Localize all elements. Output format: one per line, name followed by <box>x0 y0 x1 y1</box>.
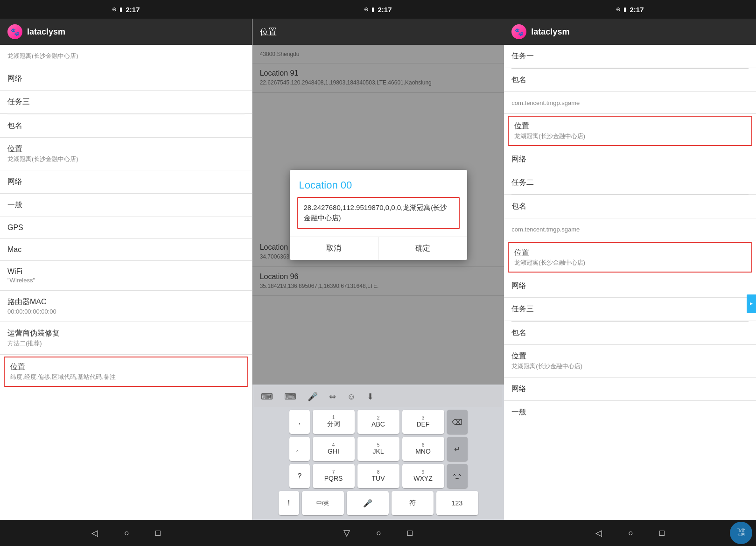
dismiss-keyboard-icon[interactable]: ⬇ <box>364 390 377 404</box>
left-gps-label: GPS <box>7 224 23 231</box>
right-loc1-title: 位置 <box>514 121 746 131</box>
key-abc[interactable]: 2 ABC <box>357 410 399 434</box>
key-123[interactable]: 123 <box>436 491 478 515</box>
key-pqrs[interactable]: 7 PQRS <box>313 464 355 488</box>
keyboard-icon[interactable]: ⌨ <box>281 390 299 404</box>
left-item-wifi[interactable]: WiFi "Wireless" <box>0 261 252 291</box>
key-jkl[interactable]: 5 JKL <box>357 437 399 461</box>
right-list[interactable]: 任务一 包名 com.tencent.tmgp.sgame 位置 龙湖冠寓(长沙… <box>504 45 756 520</box>
recent-button-left[interactable]: □ <box>152 525 164 542</box>
right-task1[interactable]: 任务一 <box>504 45 756 68</box>
key-enter[interactable]: ↵ <box>447 437 468 461</box>
left-list[interactable]: 龙湖冠寓(长沙金融中心店) 网络 任务三 包名 位置 龙湖冠寓(长沙金融中心店)… <box>0 45 252 520</box>
keyboard-rows: ， 1 分词 2 ABC 3 DEF ⌫ <box>254 407 503 518</box>
status-section-middle: ⊖ ▮ 2:17 <box>252 6 504 14</box>
right-pkg1-label: 包名 <box>511 76 526 84</box>
dialog-overlay[interactable]: Location 00 28.2427680,112.9519870,0,0,0… <box>252 45 504 385</box>
key-fenci[interactable]: 1 分词 <box>313 410 355 434</box>
left-location-title: 位置 <box>7 144 245 154</box>
key-tuv[interactable]: 8 TUV <box>357 464 399 488</box>
left-router-mac-title: 路由器MAC <box>7 297 245 307</box>
ime-icon[interactable]: ⌨ <box>258 390 276 404</box>
right-loc3-item[interactable]: 位置 龙湖冠寓(长沙金融中心店) <box>504 345 756 378</box>
key-mno[interactable]: 6 MNO <box>402 437 444 461</box>
right-task2[interactable]: 任务二 <box>504 171 756 195</box>
right-network1[interactable]: 网络 <box>504 148 756 171</box>
mic-icon[interactable]: 🎤 <box>305 390 321 404</box>
dialog-cancel-button[interactable]: 取消 <box>290 237 379 260</box>
left-item-general[interactable]: 一般 <box>0 194 252 217</box>
scroll-indicator-right: ▶ <box>747 294 756 313</box>
key-backspace[interactable]: ⌫ <box>447 410 468 434</box>
left-item-network2[interactable]: 网络 <box>0 170 252 194</box>
home-button-right[interactable]: ○ <box>624 525 637 542</box>
left-item-network1[interactable]: 网络 <box>0 67 252 91</box>
left-item-mac[interactable]: Mac <box>0 239 252 261</box>
right-loc2-title: 位置 <box>514 248 746 258</box>
keyboard[interactable]: ⌨ ⌨ 🎤 ⇔ ☺ ⬇ ， 1 分词 2 <box>252 385 504 520</box>
middle-list[interactable]: 43800.Shengdu Location 91 22.6267545,120… <box>252 45 504 385</box>
emoji-icon[interactable]: ☺ <box>344 390 358 404</box>
left-item-location-highlighted[interactable]: 位置 纬度,经度,偏移,区域代码,基站代码,备注 <box>4 357 248 387</box>
key-question[interactable]: ？ <box>289 464 310 488</box>
left-item-carrier[interactable]: 运营商伪装修复 方法二(推荐) <box>0 322 252 355</box>
home-button-left[interactable]: ○ <box>120 525 133 542</box>
key-exclaim[interactable]: ！ <box>279 491 299 515</box>
right-task2-label: 任务二 <box>511 178 534 186</box>
right-loc1-highlighted[interactable]: 位置 龙湖冠寓(长沙金融中心店) <box>508 116 752 146</box>
home-button-middle[interactable]: ○ <box>372 525 385 542</box>
signal-icon-middle: ⊖ <box>364 6 369 13</box>
main-area: 🐾 lataclysm 龙湖冠寓(长沙金融中心店) 网络 任务三 包名 位置 龙… <box>0 19 756 520</box>
key-symbols[interactable]: 符 <box>392 491 434 515</box>
left-item-gps[interactable]: GPS <box>0 217 252 239</box>
left-item-location[interactable]: 位置 龙湖冠寓(长沙金融中心店) <box>0 138 252 170</box>
right-pkg2-value-item[interactable]: com.tencent.tmgp.sgame <box>504 218 756 240</box>
left-network1-label: 网络 <box>7 74 22 82</box>
recent-button-right[interactable]: □ <box>656 525 668 542</box>
left-location-h-value: 纬度,经度,偏移,区域代码,基站代码,备注 <box>10 373 242 381</box>
key-caret[interactable]: ^_^ <box>447 464 468 488</box>
right-network3[interactable]: 网络 <box>504 378 756 401</box>
right-general-label: 一般 <box>511 408 526 416</box>
back-button-right[interactable]: ◁ <box>592 524 606 542</box>
left-item-location-top[interactable]: 龙湖冠寓(长沙金融中心店) <box>0 45 252 67</box>
left-network2-label: 网络 <box>7 177 22 185</box>
right-network2-label: 网络 <box>511 281 526 289</box>
left-item-package[interactable]: 包名 <box>0 114 252 138</box>
left-panel: 🐾 lataclysm 龙湖冠寓(长沙金融中心店) 网络 任务三 包名 位置 龙… <box>0 19 252 520</box>
cursor-icon[interactable]: ⇔ <box>326 390 339 404</box>
keyboard-toolbar[interactable]: ⌨ ⌨ 🎤 ⇔ ☺ ⬇ <box>254 386 503 407</box>
time-left: 2:17 <box>126 6 140 14</box>
key-wxyz[interactable]: 9 WXYZ <box>402 464 444 488</box>
left-item-router-mac[interactable]: 路由器MAC 00:00:00:00:00:00 <box>0 291 252 322</box>
right-network2[interactable]: 网络 <box>504 274 756 298</box>
right-pkg2-value: com.tencent.tmgp.sgame <box>511 226 580 233</box>
left-general-label: 一般 <box>7 201 22 209</box>
recent-button-middle[interactable]: □ <box>404 525 416 542</box>
right-task3[interactable]: 任务三 <box>504 298 756 321</box>
left-item-task3[interactable]: 任务三 <box>0 91 252 114</box>
key-def[interactable]: 3 DEF <box>402 410 444 434</box>
right-pkg2-label: 包名 <box>511 202 526 210</box>
key-comma[interactable]: ， <box>289 410 310 434</box>
right-loc2-highlighted[interactable]: 位置 龙湖冠寓(长沙金融中心店) <box>508 242 752 273</box>
keyboard-row-2: 。 4 GHI 5 JKL 6 MNO ↵ <box>256 437 501 461</box>
right-pkg1-label-item[interactable]: 包名 <box>504 69 756 92</box>
right-general[interactable]: 一般 <box>504 401 756 424</box>
status-section-left: ⊖ ▮ 2:17 <box>0 6 252 14</box>
key-period[interactable]: 。 <box>289 437 310 461</box>
back-button-left[interactable]: ◁ <box>88 524 102 542</box>
dialog-input[interactable]: 28.2427680,112.9519870,0,0,0,龙湖冠寓(长沙金融中心… <box>297 197 460 229</box>
right-pkg2-label-item[interactable]: 包名 <box>504 195 756 218</box>
key-ghi[interactable]: 4 GHI <box>313 437 355 461</box>
right-pkg1-value-item[interactable]: com.tencent.tmgp.sgame <box>504 92 756 114</box>
middle-app-title: 位置 <box>260 26 277 37</box>
back-button-middle[interactable]: ▽ <box>340 524 354 542</box>
time-right: 2:17 <box>630 6 644 14</box>
right-network1-label: 网络 <box>511 155 526 163</box>
key-voice[interactable]: 🎤 <box>347 491 389 515</box>
dialog-confirm-button[interactable]: 确定 <box>378 237 467 260</box>
right-pkg3-label-item[interactable]: 包名 <box>504 322 756 345</box>
signal-icon-left: ⊖ <box>112 6 117 13</box>
key-zh-en[interactable]: 中/英 <box>302 491 344 515</box>
